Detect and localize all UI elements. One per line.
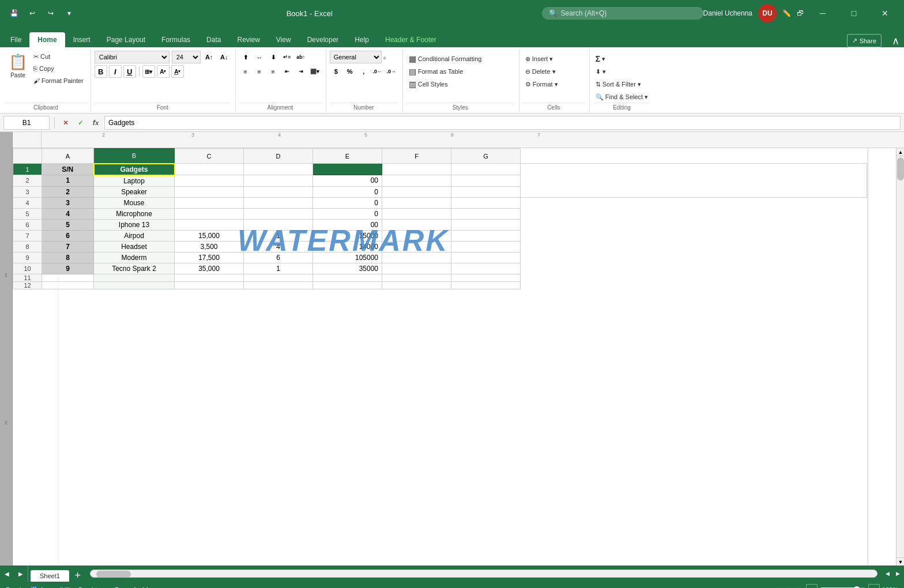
h-scroll-right[interactable]: ▶ [894, 570, 902, 578]
tab-help[interactable]: Help [346, 32, 377, 47]
cell-d1[interactable] [244, 164, 313, 175]
col-header-g[interactable]: G [451, 149, 521, 164]
h-scroll-left[interactable]: ◀ [883, 570, 891, 578]
normal-view-button[interactable]: ▤ [775, 586, 781, 589]
tab-data[interactable]: Data [198, 32, 229, 47]
cell-b6[interactable]: Iphone 13 [94, 219, 175, 230]
cell-e5[interactable]: 0 [313, 208, 382, 219]
cell-e9[interactable]: 105000 [313, 252, 382, 263]
find-select-button[interactable]: 🔍 Find & Select ▾ [593, 91, 650, 103]
cell-c2[interactable] [175, 175, 244, 187]
cell-g8[interactable] [451, 241, 521, 252]
font-color-button[interactable]: A▾ [171, 65, 184, 78]
increase-font-size-button[interactable]: A↑ [203, 51, 216, 63]
tab-file[interactable]: File [2, 32, 29, 47]
vertical-scrollbar[interactable]: ▲ ▼ [896, 148, 904, 566]
corner-cell[interactable] [13, 132, 42, 148]
sheet-scroll-right[interactable]: ▶ [14, 566, 28, 582]
cell-b7[interactable]: Airpod [94, 230, 175, 241]
cell-c7[interactable]: 15,000 [175, 230, 244, 241]
col-header-d[interactable]: D [244, 149, 313, 164]
cell-a4[interactable]: 3 [42, 197, 94, 208]
cell-g1[interactable] [451, 164, 521, 175]
cell-a11[interactable] [42, 274, 94, 281]
cell-a7[interactable]: 6 [42, 230, 94, 241]
cell-b4[interactable]: Mouse [94, 197, 175, 208]
cell-g10[interactable] [451, 263, 521, 274]
font-name-select[interactable]: Calibri [95, 51, 170, 63]
delete-cells-button[interactable]: ⊖ Delete ▾ [523, 66, 558, 77]
cell-f12[interactable] [382, 281, 451, 289]
cell-e2[interactable]: 00 [313, 175, 382, 187]
cell-d7[interactable]: 1 [244, 230, 313, 241]
cell-b5[interactable]: Microphone [94, 208, 175, 219]
cell-g12[interactable] [451, 281, 521, 289]
decrease-indent-button[interactable]: ⇤ [281, 65, 293, 78]
row-header-6[interactable]: 6 [13, 219, 42, 230]
cell-f4[interactable] [382, 197, 451, 208]
row-header-9[interactable]: 9 [13, 252, 42, 263]
cell-d2[interactable] [244, 175, 313, 187]
number-format-select[interactable]: General [330, 51, 382, 63]
cell-c3[interactable] [175, 186, 244, 197]
add-sheet-button[interactable]: + [71, 569, 84, 582]
align-center-button[interactable]: ≡ [253, 65, 266, 78]
cell-a10[interactable]: 9 [42, 263, 94, 274]
search-bar[interactable]: 🔍 [542, 7, 703, 20]
cell-f9[interactable] [382, 252, 451, 263]
font-size-select[interactable]: 24 [172, 51, 201, 63]
share-button[interactable]: ↗ Share [847, 34, 882, 47]
redo-button[interactable]: ↪ [43, 5, 59, 21]
row-header-1[interactable]: 1 [13, 164, 42, 175]
cell-d10[interactable]: 1 [244, 263, 313, 274]
cell-c9[interactable]: 17,500 [175, 252, 244, 263]
cell-a5[interactable]: 4 [42, 208, 94, 219]
cell-d8[interactable]: 4 [244, 241, 313, 252]
col-header-c[interactable]: C [175, 149, 244, 164]
autosum-button[interactable]: Σ ▾ [593, 53, 608, 65]
ink-button[interactable]: ✏️ [782, 9, 791, 17]
cell-g2[interactable] [451, 175, 521, 187]
cell-b11[interactable] [94, 274, 175, 281]
cell-a3[interactable]: 2 [42, 186, 94, 197]
customize-quick-access-button[interactable]: ▾ [61, 5, 77, 21]
cell-d12[interactable] [244, 281, 313, 289]
cell-e3[interactable]: 0 [313, 186, 382, 197]
cell-b12[interactable] [94, 281, 175, 289]
tab-view[interactable]: View [268, 32, 299, 47]
cell-f2[interactable] [382, 175, 451, 187]
cell-g5[interactable] [451, 208, 521, 219]
align-left-button[interactable]: ≡ [239, 65, 252, 78]
search-input[interactable] [561, 9, 676, 17]
wrap-text-button[interactable]: ↵≡ [281, 51, 293, 63]
cell-d5[interactable] [244, 208, 313, 219]
col-header-e[interactable]: E [313, 149, 382, 164]
col-header-a[interactable]: A [42, 149, 94, 164]
collapse-ribbon-button[interactable]: ∧ [887, 35, 904, 47]
insert-cells-button[interactable]: ⊕ Insert ▾ [523, 53, 556, 65]
align-bottom-button[interactable]: ⬇ [267, 51, 280, 63]
cell-e11[interactable] [313, 274, 382, 281]
align-top-button[interactable]: ⬆ [239, 51, 252, 63]
cell-a1[interactable]: S/N [42, 164, 94, 175]
format-as-table-button[interactable]: ▤ Format as Table [406, 66, 466, 77]
cell-e7[interactable]: 15000 [313, 230, 382, 241]
undo-button[interactable]: ↩ [24, 5, 40, 21]
cell-f7[interactable] [382, 230, 451, 241]
align-middle-button[interactable]: ↔ [253, 51, 266, 63]
h-scroll-thumb[interactable] [96, 571, 131, 578]
maximize-button[interactable]: □ [841, 5, 867, 22]
cell-g4[interactable] [451, 197, 521, 208]
cell-e10[interactable]: 35000 [313, 263, 382, 274]
decrease-decimal-button[interactable]: .0← [371, 65, 384, 78]
italic-button[interactable]: I [109, 65, 122, 78]
corner-header[interactable] [13, 149, 42, 164]
scroll-thumb[interactable] [897, 157, 904, 180]
cell-b10[interactable]: Tecno Spark 2 [94, 263, 175, 274]
sheet-tab-1[interactable]: Sheet1 [31, 570, 69, 582]
cell-c5[interactable] [175, 208, 244, 219]
minimize-button[interactable]: ─ [809, 5, 836, 22]
number-format-expand[interactable]: ⬦ [383, 54, 386, 61]
cell-d11[interactable] [244, 274, 313, 281]
cell-f3[interactable] [382, 186, 451, 197]
